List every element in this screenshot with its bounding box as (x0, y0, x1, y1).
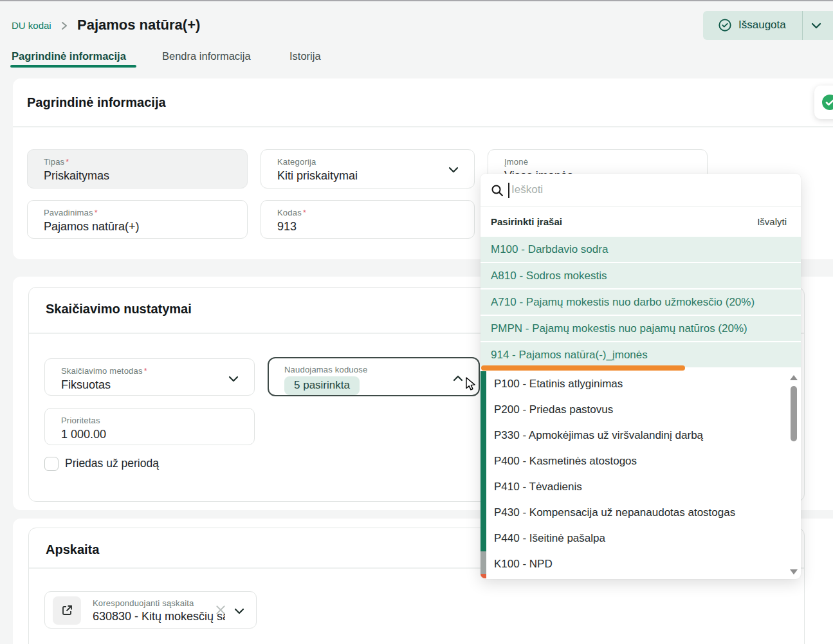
field-skaiciavimo-metodas[interactable]: Skaičiavimo metodas* Fiksuotas (44, 358, 255, 396)
chevron-down-icon[interactable] (234, 608, 244, 614)
field-value: Fiksuotas (61, 378, 254, 392)
section-title: Skaičiavimo nustatymai (46, 302, 192, 317)
required-mark: * (144, 367, 147, 376)
selected-item-label: PMPN - Pajamų mokestis nuo pajamų natūro… (491, 322, 747, 335)
priedas-uz-perioda-checkbox[interactable] (44, 457, 59, 471)
chevron-down-icon (228, 376, 239, 382)
text-caret (508, 183, 509, 198)
required-mark: * (66, 158, 69, 167)
field-value: 630830 - Kitų mokesčių sąskaita (93, 610, 225, 623)
option-item-label: P400 - Kasmetinės atostogos (494, 455, 637, 467)
selected-item[interactable]: A810 - Sodros mokestis (481, 263, 801, 288)
selected-item-label: A810 - Sodros mokestis (491, 270, 607, 282)
field-koresponduojanti-saskaita[interactable]: Koresponduojanti sąskaita 630830 - Kitų … (44, 591, 257, 629)
selected-item[interactable]: M100 - Darbdavio sodra (481, 237, 801, 262)
option-item[interactable]: K100 - NPD (481, 551, 801, 577)
active-tab-underline (10, 65, 136, 68)
options-list: P100 - Etatinis atlyginimasP200 - Prieda… (481, 371, 801, 577)
check-circle-icon (718, 18, 732, 32)
mouse-cursor-icon (462, 376, 478, 392)
field-value: Kiti priskaitymai (277, 169, 474, 183)
chevron-up-icon (453, 375, 463, 382)
left-scroll-indicator-orange (481, 574, 486, 578)
scroll-down-arrow-icon[interactable] (790, 569, 798, 575)
option-item-label: P200 - Priedas pastovus (494, 403, 613, 416)
field-label: Prioritetas (61, 416, 100, 425)
selected-item-label: M100 - Darbdavio sodra (491, 243, 608, 255)
field-prioritetas[interactable]: Prioritetas 1 000.00 (44, 408, 255, 445)
field-label: Tipas (44, 157, 64, 167)
selected-item[interactable]: PMPN - Pajamų mokestis nuo pajamų natūro… (481, 316, 801, 341)
option-item[interactable]: P430 - Kompensacija už nepanaudotas atos… (481, 500, 801, 526)
success-check-button[interactable] (814, 86, 833, 119)
chevron-down-icon (448, 167, 459, 173)
breadcrumb-chevron-icon (60, 21, 68, 30)
dropdown-search[interactable]: Ieškoti (481, 174, 801, 207)
external-link-icon (60, 604, 73, 617)
required-mark: * (95, 208, 98, 217)
checkbox-label: Priedas už periodą (65, 457, 159, 470)
left-scroll-indicator-green (481, 371, 486, 551)
selected-items-list: M100 - Darbdavio sodraA810 - Sodros moke… (481, 237, 801, 367)
field-value: Priskaitymas (44, 169, 247, 183)
field-value: 913 (277, 220, 474, 234)
field-label: Kodas (277, 208, 302, 217)
selected-count-badge: 5 pasirinkta (284, 376, 360, 395)
clear-selection-link[interactable]: Išvalyti (757, 216, 787, 227)
left-scroll-indicator-thumb[interactable] (481, 551, 486, 574)
multiselect-dropdown: Ieškoti Pasirinkti įrašai Išvalyti M100 … (481, 174, 801, 579)
option-item-label: P100 - Etatinis atlyginimas (494, 378, 623, 390)
check-circle-filled-icon (821, 94, 833, 111)
section-title: Apskaita (46, 542, 99, 557)
field-value: 1 000.00 (61, 428, 254, 441)
selected-item-label: A710 - Pajamų mokestis nuo darbo užmokes… (491, 296, 755, 308)
window-top-edge (0, 0, 833, 1)
option-item[interactable]: P100 - Etatinis atlyginimas (481, 371, 801, 397)
search-placeholder: Ieškoti (511, 183, 543, 196)
section-divider (13, 126, 833, 127)
tab-istorija[interactable]: Istorija (289, 50, 321, 62)
open-account-button[interactable] (53, 596, 81, 625)
saved-button[interactable]: Išsaugota (703, 11, 833, 40)
tab-bendra-informacija[interactable]: Bendra informacija (162, 50, 251, 62)
field-pavadinimas[interactable]: Pavadinimas* Pajamos natūra(+) (27, 200, 248, 239)
option-item[interactable]: P410 - Tėvadienis (481, 474, 801, 500)
breadcrumb[interactable]: DU kodai (12, 20, 51, 31)
orange-progress-bar (481, 365, 685, 371)
field-kategorija[interactable]: Kategorija Kiti priskaitymai (261, 149, 475, 189)
option-item-label: K100 - NPD (494, 558, 553, 570)
required-mark: * (303, 208, 306, 217)
selected-item[interactable]: 914 - Pajamos natūra(-)_įmonės (481, 342, 801, 367)
option-item-label: P330 - Apmokėjimas už viršvalandinį darb… (494, 429, 703, 441)
selected-header-row: Pasirinkti įrašai Išvalyti (481, 207, 801, 237)
saved-button-label: Išsaugota (738, 19, 786, 32)
option-item[interactable]: P400 - Kasmetinės atostogos (481, 448, 801, 474)
tab-pagrindine-informacija[interactable]: Pagrindinė informacija (12, 50, 126, 62)
option-item[interactable]: P440 - Išeitinė pašalpa (481, 526, 801, 551)
field-label: Koresponduojanti sąskaita (93, 598, 194, 608)
field-label: Įmonė (504, 157, 528, 167)
page: DU kodai Pajamos natūra(+) Išsaugota Pag… (0, 0, 833, 644)
field-kodas[interactable]: Kodas* 913 (261, 200, 475, 239)
section-title: Pagrindinė informacija (27, 95, 166, 110)
chevron-down-icon[interactable] (811, 23, 821, 29)
field-label: Skaičiavimo metodas (61, 366, 143, 376)
option-item[interactable]: P200 - Priedas pastovus (481, 397, 801, 423)
option-item-label: P440 - Išeitinė pašalpa (494, 532, 605, 544)
scrollbar-thumb[interactable] (791, 386, 797, 441)
field-tipas: Tipas* Priskaitymas (27, 149, 248, 189)
clear-x-icon[interactable] (215, 604, 226, 616)
selected-item-label: 914 - Pajamos natūra(-)_įmonės (491, 349, 648, 361)
field-naudojamas-koduose[interactable]: Naudojamas koduose 5 pasirinkta (268, 357, 480, 396)
selected-item[interactable]: A710 - Pajamų mokestis nuo darbo užmokes… (481, 290, 801, 315)
option-item-label: P410 - Tėvadienis (494, 481, 582, 493)
field-label: Naudojamas koduose (284, 365, 367, 374)
page-title: Pajamos natūra(+) (77, 17, 200, 33)
field-label: Kategorija (277, 157, 316, 167)
selected-header-label: Pasirinkti įrašai (491, 216, 562, 227)
saved-button-separator (802, 11, 803, 40)
search-icon (491, 184, 504, 197)
option-item[interactable]: P330 - Apmokėjimas už viršvalandinį darb… (481, 423, 801, 448)
field-value: Pajamos natūra(+) (44, 220, 247, 234)
scroll-up-arrow-icon[interactable] (790, 375, 798, 380)
